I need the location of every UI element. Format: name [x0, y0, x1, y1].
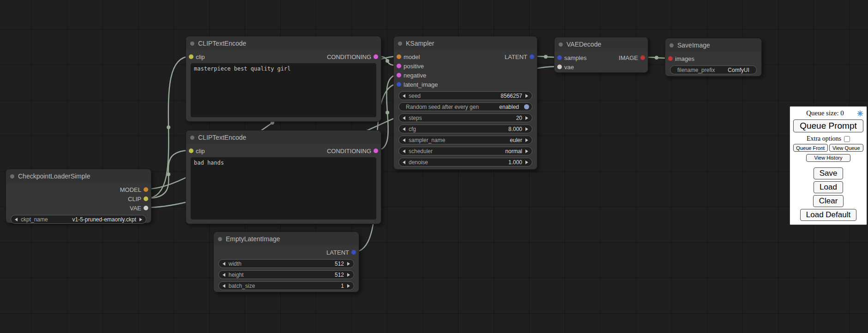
increment-arrow-icon[interactable] — [347, 262, 350, 266]
widget-label: scheduler — [409, 148, 433, 155]
queue-prompt-button[interactable]: Queue Prompt — [793, 119, 863, 132]
clear-button[interactable]: Clear — [813, 195, 844, 207]
node-titlebar[interactable]: CLIPTextEncode — [186, 36, 381, 50]
view-queue-button[interactable]: View Queue — [829, 144, 864, 152]
collapse-dot-icon[interactable] — [190, 42, 194, 46]
settings-gear-icon[interactable] — [857, 110, 863, 117]
prev-value-arrow-icon[interactable] — [403, 149, 405, 153]
decrement-arrow-icon[interactable] — [223, 273, 225, 277]
increment-arrow-icon[interactable] — [525, 116, 528, 120]
vae-input-slot[interactable] — [557, 65, 562, 69]
width-widget[interactable]: width 512 — [218, 259, 354, 268]
extra-options-checkbox[interactable] — [844, 136, 850, 142]
collapse-dot-icon[interactable] — [559, 42, 563, 47]
collapse-dot-icon[interactable] — [10, 174, 14, 178]
node-titlebar[interactable]: VAEDecode — [555, 37, 648, 51]
widget-label: cfg — [409, 126, 416, 132]
widget-value: 8566257 — [500, 93, 522, 99]
decrement-arrow-icon[interactable] — [403, 116, 405, 120]
clip-input-slot[interactable] — [189, 149, 193, 153]
slot-label: vae — [564, 64, 574, 71]
model-input-slot[interactable] — [397, 54, 401, 59]
next-value-arrow-icon[interactable] — [525, 138, 528, 142]
seed-widget[interactable]: seed 8566257 — [398, 91, 532, 100]
node-titlebar[interactable]: EmptyLatentImage — [214, 232, 359, 246]
clip-input-slot[interactable] — [189, 54, 193, 59]
menu-header[interactable]: Queue size: 0 — [793, 109, 863, 117]
scheduler-widget[interactable]: scheduler normal — [398, 147, 532, 155]
node-ksampler[interactable]: KSampler model LATENT positive negative … — [393, 36, 537, 170]
decrement-arrow-icon[interactable] — [403, 127, 405, 131]
slot-row: negative — [394, 71, 537, 80]
positive-prompt-textarea[interactable]: masterpiece best quality girl — [191, 63, 376, 117]
model-output-slot[interactable] — [144, 187, 148, 192]
widget-label: width — [229, 261, 241, 267]
increment-arrow-icon[interactable] — [347, 284, 350, 288]
node-titlebar[interactable]: KSampler — [394, 36, 537, 50]
node-canvas[interactable]: CheckpointLoaderSimple MODEL CLIP VAE ck… — [0, 0, 868, 333]
latent-output-slot[interactable] — [530, 54, 534, 59]
comfy-menu[interactable]: Queue size: 0 Queue Prompt Extra options… — [790, 106, 867, 225]
collapse-dot-icon[interactable] — [218, 237, 222, 241]
collapse-dot-icon[interactable] — [398, 42, 402, 46]
save-button[interactable]: Save — [814, 167, 844, 179]
conditioning-output-slot[interactable] — [374, 149, 378, 153]
widget-label: batch_size — [229, 283, 255, 289]
latent-image-input-slot[interactable] — [397, 82, 401, 87]
node-checkpointloadersimple[interactable]: CheckpointLoaderSimple MODEL CLIP VAE ck… — [6, 169, 151, 223]
load-default-button[interactable]: Load Default — [800, 209, 856, 221]
vae-output-slot[interactable] — [144, 206, 148, 210]
random-seed-toggle[interactable]: Random seed after every gen enabled — [398, 102, 532, 111]
decrement-arrow-icon[interactable] — [223, 262, 225, 266]
node-vaedecode[interactable]: VAEDecode samples IMAGE vae — [554, 37, 648, 73]
node-saveimage[interactable]: SaveImage images filename_prefix ComfyUI — [665, 38, 762, 77]
collapse-dot-icon[interactable] — [669, 43, 674, 48]
steps-widget[interactable]: steps 20 — [398, 113, 532, 122]
slot-label: images — [675, 55, 694, 62]
slot-row: CLIP — [6, 194, 151, 203]
node-titlebar[interactable]: CheckpointLoaderSimple — [6, 169, 151, 183]
ckpt-name-widget[interactable]: ckpt_name v1-5-pruned-emaonly.ckpt — [11, 215, 146, 224]
toggle-indicator-icon — [524, 104, 529, 109]
widget-value: ComfyUI — [728, 67, 749, 73]
samples-input-slot[interactable] — [557, 55, 562, 60]
negative-input-slot[interactable] — [397, 73, 401, 77]
latent-output-slot[interactable] — [351, 250, 356, 255]
cfg-widget[interactable]: cfg 8.000 — [398, 125, 532, 133]
node-titlebar[interactable]: SaveImage — [665, 38, 761, 52]
collapse-dot-icon[interactable] — [190, 136, 194, 140]
conditioning-output-slot[interactable] — [374, 54, 378, 59]
view-history-button[interactable]: View History — [806, 154, 850, 162]
prev-value-arrow-icon[interactable] — [15, 218, 18, 221]
increment-arrow-icon[interactable] — [525, 94, 528, 98]
positive-input-slot[interactable] — [397, 64, 401, 68]
increment-arrow-icon[interactable] — [347, 273, 350, 277]
queue-front-button[interactable]: Queue Front — [793, 144, 828, 152]
node-cliptextencode-positive[interactable]: CLIPTextEncode clip CONDITIONING masterp… — [186, 36, 381, 122]
filename-prefix-widget[interactable]: filename_prefix ComfyUI — [670, 65, 757, 74]
load-button[interactable]: Load — [814, 181, 843, 193]
denoise-widget[interactable]: denoise 1.000 — [398, 158, 532, 166]
next-value-arrow-icon[interactable] — [525, 149, 528, 153]
node-cliptextencode-negative[interactable]: CLIPTextEncode clip CONDITIONING bad han… — [186, 130, 381, 224]
increment-arrow-icon[interactable] — [525, 161, 528, 164]
height-widget[interactable]: height 512 — [218, 270, 354, 279]
increment-arrow-icon[interactable] — [525, 127, 528, 131]
images-input-slot[interactable] — [668, 56, 673, 61]
node-titlebar[interactable]: CLIPTextEncode — [186, 131, 381, 144]
node-emptylatentimage[interactable]: EmptyLatentImage LATENT width 512 height… — [213, 232, 359, 292]
next-value-arrow-icon[interactable] — [139, 218, 142, 221]
negative-prompt-textarea[interactable]: bad hands — [191, 157, 376, 220]
prev-value-arrow-icon[interactable] — [403, 138, 405, 142]
decrement-arrow-icon[interactable] — [223, 284, 225, 288]
sampler-name-widget[interactable]: sampler_name euler — [398, 136, 532, 144]
decrement-arrow-icon[interactable] — [403, 94, 405, 98]
batch-size-widget[interactable]: batch_size 1 — [218, 281, 354, 290]
clip-output-slot[interactable] — [144, 196, 148, 201]
slot-label: LATENT — [326, 249, 349, 256]
image-output-slot[interactable] — [640, 55, 645, 60]
link-clip-to-negative — [146, 150, 191, 198]
decrement-arrow-icon[interactable] — [403, 161, 405, 164]
slot-label: LATENT — [505, 54, 527, 60]
widget-value: 1.000 — [508, 159, 522, 166]
